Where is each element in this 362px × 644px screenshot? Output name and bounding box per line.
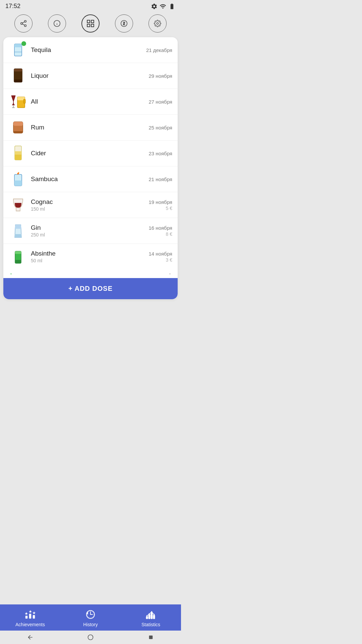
list-item[interactable]: Cognac 150 ml 19 ноября 5 € (3, 192, 178, 218)
info-icon (53, 20, 61, 27)
drink-info-tequila: Tequila (27, 46, 139, 54)
list-item[interactable]: Tequila 21 декабря (3, 37, 178, 63)
drink-meta-cider: 23 ноября (139, 151, 172, 156)
svg-rect-8 (87, 20, 90, 23)
svg-rect-27 (13, 131, 23, 133)
list-item[interactable]: Liquor 29 ноября (3, 63, 178, 89)
drink-meta-rum: 25 ноября (139, 125, 172, 130)
add-dose-button[interactable]: + ADD DOSE (3, 278, 178, 299)
svg-rect-35 (15, 251, 21, 254)
status-icons (151, 3, 176, 10)
status-bar: 17:52 (0, 0, 181, 11)
drink-info-sambuca: Sambuca (27, 175, 139, 183)
drink-icon-sambuca (9, 170, 27, 189)
list-item[interactable]: Sambuca 21 ноября (3, 166, 178, 192)
bottom-indicators: - - (3, 269, 178, 278)
dollar-icon (120, 20, 128, 27)
svg-line-4 (22, 22, 24, 23)
svg-rect-11 (91, 24, 94, 27)
svg-rect-36 (15, 260, 21, 263)
grid-icon (86, 19, 95, 28)
settings-icon (154, 20, 161, 27)
battery-icon (168, 3, 176, 10)
svg-line-3 (22, 24, 24, 25)
drink-meta-cognac: 19 ноября 5 € (139, 199, 172, 211)
drink-meta-tequila: 21 декабря (139, 47, 172, 53)
status-time: 17:52 (5, 3, 20, 10)
drink-icon-cognac (9, 196, 27, 214)
drink-icon-liquor (9, 66, 27, 85)
drink-icon-absinthe (9, 247, 27, 266)
drink-meta-sambuca: 21 ноября (139, 176, 172, 182)
toolbar (0, 11, 181, 37)
info-button[interactable] (48, 14, 66, 33)
list-item[interactable]: Cider 23 ноября (3, 141, 178, 166)
svg-point-0 (24, 20, 26, 22)
right-dot: - (169, 271, 171, 277)
svg-point-13 (157, 22, 159, 24)
grid-button[interactable] (81, 14, 100, 33)
drink-icon-rum (9, 118, 27, 137)
tequila-badge (21, 41, 26, 46)
share-icon (20, 20, 27, 27)
drink-meta-gin: 16 ноября 8 € (139, 225, 172, 237)
drink-info-cider: Cider (27, 150, 139, 157)
status-settings-icon (151, 3, 158, 10)
svg-rect-9 (91, 20, 94, 23)
list-item[interactable]: Rum 25 ноября (3, 115, 178, 141)
svg-rect-26 (13, 122, 23, 126)
signal-icon (160, 3, 166, 10)
svg-rect-32 (14, 180, 22, 186)
list-item[interactable]: Gin 250 ml 16 ноября 8 € (3, 218, 178, 244)
svg-rect-15 (14, 44, 22, 47)
svg-rect-24 (23, 99, 25, 104)
drink-info-rum: Rum (27, 124, 139, 131)
drink-info-all: All (27, 98, 139, 105)
main-card: Tequila 21 декабря Liquor 29 ноября (3, 37, 178, 299)
share-button[interactable] (14, 14, 33, 33)
drink-meta-liquor: 29 ноября (139, 73, 172, 79)
settings-button[interactable] (148, 14, 167, 33)
list-item[interactable]: Absinthe 50 ml 14 ноября 3 € (3, 244, 178, 269)
svg-rect-29 (15, 154, 21, 160)
svg-point-2 (24, 25, 26, 27)
svg-rect-18 (14, 69, 22, 71)
drink-icon-gin (9, 221, 27, 240)
left-dot: - (10, 271, 12, 277)
drink-info-gin: Gin 250 ml (27, 224, 139, 237)
drink-icon-all (9, 92, 27, 111)
drink-info-cognac: Cognac 150 ml (27, 198, 139, 212)
list-item[interactable]: All 27 ноября (3, 89, 178, 115)
drink-info-absinthe: Absinthe 50 ml (27, 250, 139, 263)
drink-meta-all: 27 ноября (139, 99, 172, 105)
dollar-button[interactable] (115, 14, 133, 33)
drink-meta-absinthe: 14 ноября 3 € (139, 251, 172, 263)
drink-icon-tequila (9, 41, 27, 59)
svg-rect-10 (87, 24, 90, 27)
svg-rect-19 (14, 79, 22, 82)
svg-rect-30 (15, 151, 21, 155)
drink-icon-cider (9, 144, 27, 163)
svg-point-1 (21, 22, 23, 24)
drink-list: Tequila 21 декабря Liquor 29 ноября (3, 37, 178, 269)
drink-info-liquor: Liquor (27, 72, 139, 79)
